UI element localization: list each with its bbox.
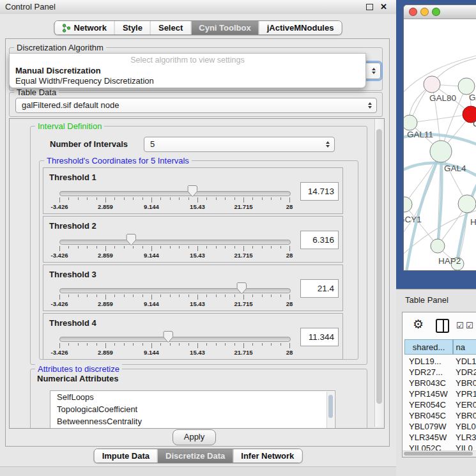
tab-style[interactable]: Style <box>114 21 150 35</box>
tick-label: 21.715 <box>234 252 252 259</box>
table-row[interactable]: YPR145WYPR1 <box>403 388 476 399</box>
tab-label: Select <box>158 23 183 33</box>
mac-minimize-button[interactable] <box>420 8 429 16</box>
tab-impute-data[interactable]: Impute Data <box>95 449 157 463</box>
cell-shared-name: YDR27... <box>409 367 443 378</box>
tick-label: 9.144 <box>144 203 159 210</box>
table-horizontal-scrollbar[interactable] <box>403 450 476 457</box>
mac-zoom-button[interactable] <box>432 8 440 16</box>
threshold-slider-thumb[interactable] <box>162 331 173 343</box>
tick-label: 15.43 <box>190 203 205 210</box>
bottom-tabs: Impute DataDiscretize DataInfer Network <box>94 449 303 463</box>
network-edge <box>410 114 471 123</box>
settings-scrollpane: Interval Definition Number of Intervals … <box>9 118 385 429</box>
tick-label: -3.426 <box>51 300 68 307</box>
top-tabs: NetworkStyleSelectCyni ToolboxjActiveMNo… <box>54 20 342 35</box>
tab-label: Style <box>123 23 142 33</box>
threshold-slider-thumb[interactable] <box>187 185 197 197</box>
network-node[interactable] <box>404 197 412 212</box>
apply-button[interactable]: Apply <box>173 429 216 445</box>
column-header[interactable]: na <box>453 339 476 355</box>
table-row[interactable]: YBR045CYBR0 <box>403 410 476 421</box>
network-node[interactable] <box>430 141 452 162</box>
tick-label: 21.715 <box>234 300 252 307</box>
gear-icon[interactable]: ⚙ <box>413 318 424 332</box>
attribute-item-topologicalcoefficient[interactable]: TopologicalCoefficient <box>50 403 335 415</box>
threshold-slider-thumb[interactable] <box>236 282 247 295</box>
attributes-list-scrollbar[interactable] <box>326 392 334 429</box>
cyni-toolbox-panel: Discretization Algorithm Select algorith… <box>5 38 390 447</box>
algorithm-dropdown-popup: Select algorithm to view settings Manual… <box>9 53 366 88</box>
network-node[interactable] <box>424 76 440 93</box>
popup-item-equal-width-frequency-discretization[interactable]: Equal Width/Frequency Discretization <box>10 76 365 86</box>
threshold-label: Threshold 1 <box>49 173 96 182</box>
slider-ticks <box>59 197 289 203</box>
network-window-titlebar <box>404 5 476 19</box>
tick-label: 9.144 <box>144 349 159 356</box>
tick-label: 15.43 <box>190 349 205 356</box>
table-row[interactable]: YBR043CYBR0 <box>403 378 476 388</box>
table-row[interactable]: YIL052CYIL0 <box>403 443 476 450</box>
tick-label: -3.426 <box>51 252 68 259</box>
cell-shared-name: YDL19... <box>409 356 441 367</box>
attributes-list[interactable]: SelfLoopsTopologicalCoefficientBetweenne… <box>50 390 335 429</box>
close-icon[interactable]: ✕ <box>380 2 387 12</box>
network-node[interactable] <box>431 239 445 253</box>
tab-network[interactable]: Network <box>55 21 114 35</box>
tick-label: 2.859 <box>98 203 113 210</box>
popup-item-manual-discretization[interactable]: Manual Discretization <box>10 66 365 76</box>
cell-shared-name: YBL079W <box>409 421 447 432</box>
control-panel-titlebar: Control Panel ✕ <box>0 0 396 15</box>
table-row[interactable]: YDL19...YDL1 <box>403 356 476 367</box>
tab-label: Discretize Data <box>165 451 225 461</box>
table-row[interactable]: YLR345WYLR3 <box>403 432 476 443</box>
checkbox-icon[interactable]: ☑ <box>456 321 464 330</box>
columns-icon[interactable] <box>436 319 449 333</box>
num-intervals-combobox[interactable]: 5 <box>144 137 335 152</box>
tab-jactivemnodules[interactable]: jActiveMNodules <box>259 21 342 35</box>
cell-shared-name: YBR045C <box>409 410 446 421</box>
table-row[interactable]: YDR27...YDR2 <box>403 367 476 378</box>
node-label-h: H <box>470 217 476 227</box>
group-title: Interval Definition <box>35 121 104 131</box>
vertical-scrollbar[interactable] <box>374 119 384 427</box>
thresholds-group: Threshold's Coordinates for 5 Intervals … <box>39 160 358 360</box>
panel-title: Control Panel <box>5 2 56 12</box>
checkbox-icon[interactable]: ☑ <box>466 321 473 330</box>
node-label-gal11: GAL11 <box>407 130 433 139</box>
network-canvas[interactable]: GAL80GACGAL11GAL4GCY1HHAP2 <box>404 19 476 271</box>
cell-name: YPR1 <box>456 388 476 399</box>
tick-label: -3.426 <box>51 349 68 356</box>
network-node[interactable] <box>404 115 417 130</box>
network-view-window: GAL80GACGAL11GAL4GCY1HHAP2 <box>403 4 476 271</box>
bottom-tab-bar: Impute DataDiscretize DataInfer Network <box>0 446 396 466</box>
tab-infer-network[interactable]: Infer Network <box>233 449 302 463</box>
threshold-value-field[interactable]: 21.4 <box>300 279 339 298</box>
network-node[interactable] <box>458 195 476 213</box>
threshold-panel: Threshold 1 -3.4262.8599.14415.4321.7152… <box>43 167 343 214</box>
node-label-c: C <box>473 119 476 128</box>
tab-cyni-toolbox[interactable]: Cyni Toolbox <box>190 21 258 35</box>
threshold-value-field[interactable]: 14.713 <box>300 182 339 201</box>
app-root: Control Panel ✕ NetworkStyleSelectCyni T… <box>0 0 476 476</box>
table-row[interactable]: YER054CYER0 <box>403 399 476 410</box>
column-header[interactable]: shared... <box>404 339 453 355</box>
group-title: Attributes to discretize <box>35 364 122 374</box>
tick-label: 28 <box>286 252 293 259</box>
threshold-value-field[interactable]: 6.316 <box>300 231 339 249</box>
cell-shared-name: YLR345W <box>409 432 447 443</box>
threshold-slider-thumb[interactable] <box>125 234 136 246</box>
attribute-item-betweennesscentrality[interactable]: BetweennessCentrality <box>50 415 335 427</box>
threshold-value-field[interactable]: 11.344 <box>300 328 339 346</box>
float-window-icon[interactable] <box>366 4 373 10</box>
table-data-combobox[interactable]: galFiltered.sif default node <box>15 98 377 113</box>
node-label-gal80: GAL80 <box>429 93 456 103</box>
tick-label: -3.426 <box>51 203 68 210</box>
tab-discretize-data[interactable]: Discretize Data <box>157 449 233 463</box>
tab-select[interactable]: Select <box>150 21 190 35</box>
mac-close-button[interactable] <box>409 8 417 16</box>
network-icon <box>63 24 71 33</box>
interval-definition-group: Interval Definition Number of Intervals … <box>30 126 367 365</box>
table-row[interactable]: YBL079WYBL0 <box>403 421 476 432</box>
attribute-item-selfloops[interactable]: SelfLoops <box>50 391 335 403</box>
